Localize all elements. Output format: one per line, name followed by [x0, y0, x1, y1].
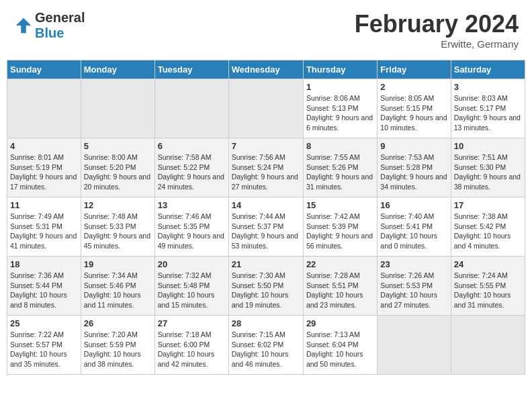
calendar-cell: 27Sunrise: 7:18 AM Sunset: 6:00 PM Dayli… — [154, 316, 228, 375]
day-number: 21 — [232, 259, 300, 269]
day-number: 9 — [380, 141, 447, 151]
calendar-table: SundayMondayTuesdayWednesdayThursdayFrid… — [7, 60, 525, 375]
day-number: 2 — [380, 82, 447, 92]
calendar-cell: 1Sunrise: 8:06 AM Sunset: 5:13 PM Daylig… — [303, 79, 377, 138]
day-info: Sunrise: 8:06 AM Sunset: 5:13 PM Dayligh… — [306, 93, 374, 133]
day-number: 16 — [380, 200, 447, 210]
calendar-week-2: 4Sunrise: 8:01 AM Sunset: 5:19 PM Daylig… — [7, 138, 525, 197]
calendar-cell: 18Sunrise: 7:36 AM Sunset: 5:44 PM Dayli… — [7, 257, 81, 316]
day-info: Sunrise: 7:48 AM Sunset: 5:33 PM Dayligh… — [84, 212, 152, 251]
calendar-cell: 23Sunrise: 7:26 AM Sunset: 5:53 PM Dayli… — [378, 257, 451, 316]
calendar-cell: 28Sunrise: 7:15 AM Sunset: 6:02 PM Dayli… — [228, 316, 303, 375]
weekday-header-row: SundayMondayTuesdayWednesdayThursdayFrid… — [7, 60, 525, 79]
day-info: Sunrise: 7:53 AM Sunset: 5:28 PM Dayligh… — [380, 152, 447, 192]
day-number: 18 — [10, 259, 78, 269]
day-info: Sunrise: 7:40 AM Sunset: 5:41 PM Dayligh… — [380, 212, 447, 251]
day-info: Sunrise: 8:05 AM Sunset: 5:15 PM Dayligh… — [380, 93, 447, 133]
day-info: Sunrise: 7:56 AM Sunset: 5:24 PM Dayligh… — [232, 152, 300, 192]
day-info: Sunrise: 7:32 AM Sunset: 5:48 PM Dayligh… — [158, 271, 226, 310]
weekday-header-saturday: Saturday — [451, 60, 525, 79]
day-number: 5 — [84, 141, 152, 151]
location: Erwitte, Germany — [355, 38, 519, 50]
day-info: Sunrise: 7:28 AM Sunset: 5:51 PM Dayligh… — [306, 271, 374, 310]
calendar-cell: 14Sunrise: 7:44 AM Sunset: 5:37 PM Dayli… — [228, 197, 303, 257]
calendar-cell: 24Sunrise: 7:24 AM Sunset: 5:55 PM Dayli… — [451, 257, 525, 316]
calendar-week-4: 18Sunrise: 7:36 AM Sunset: 5:44 PM Dayli… — [7, 257, 525, 316]
calendar-cell — [228, 79, 303, 138]
weekday-header-tuesday: Tuesday — [154, 60, 228, 79]
day-number: 11 — [10, 200, 78, 210]
day-number: 23 — [380, 259, 447, 269]
day-info: Sunrise: 7:18 AM Sunset: 6:00 PM Dayligh… — [158, 330, 226, 369]
calendar-cell: 3Sunrise: 8:03 AM Sunset: 5:17 PM Daylig… — [451, 79, 525, 138]
calendar-cell — [81, 79, 154, 138]
day-number: 24 — [454, 259, 522, 269]
day-info: Sunrise: 7:36 AM Sunset: 5:44 PM Dayligh… — [10, 271, 78, 310]
calendar-cell: 4Sunrise: 8:01 AM Sunset: 5:19 PM Daylig… — [7, 138, 81, 197]
day-number: 3 — [454, 82, 522, 92]
calendar-cell — [378, 316, 451, 375]
day-number: 7 — [232, 141, 300, 151]
calendar-cell: 19Sunrise: 7:34 AM Sunset: 5:46 PM Dayli… — [81, 257, 154, 316]
calendar-cell: 25Sunrise: 7:22 AM Sunset: 5:57 PM Dayli… — [7, 316, 81, 375]
calendar-cell: 29Sunrise: 7:13 AM Sunset: 6:04 PM Dayli… — [303, 316, 377, 375]
day-number: 19 — [84, 259, 152, 269]
day-number: 14 — [232, 200, 300, 210]
day-number: 8 — [306, 141, 374, 151]
day-number: 12 — [84, 200, 152, 210]
calendar-cell: 8Sunrise: 7:55 AM Sunset: 5:26 PM Daylig… — [303, 138, 377, 197]
weekday-header-monday: Monday — [81, 60, 154, 79]
calendar-cell: 15Sunrise: 7:42 AM Sunset: 5:39 PM Dayli… — [303, 197, 377, 257]
weekday-header-wednesday: Wednesday — [228, 60, 303, 79]
calendar-cell — [154, 79, 228, 138]
day-number: 13 — [158, 200, 226, 210]
day-info: Sunrise: 8:03 AM Sunset: 5:17 PM Dayligh… — [454, 93, 522, 133]
day-info: Sunrise: 7:15 AM Sunset: 6:02 PM Dayligh… — [232, 330, 300, 369]
calendar-cell: 10Sunrise: 7:51 AM Sunset: 5:30 PM Dayli… — [451, 138, 525, 197]
calendar-cell: 2Sunrise: 8:05 AM Sunset: 5:15 PM Daylig… — [378, 79, 451, 138]
calendar-cell: 16Sunrise: 7:40 AM Sunset: 5:41 PM Dayli… — [378, 197, 451, 257]
day-info: Sunrise: 7:51 AM Sunset: 5:30 PM Dayligh… — [454, 152, 522, 192]
day-info: Sunrise: 7:22 AM Sunset: 5:57 PM Dayligh… — [10, 330, 78, 369]
day-info: Sunrise: 7:58 AM Sunset: 5:22 PM Dayligh… — [158, 152, 226, 192]
weekday-header-thursday: Thursday — [303, 60, 377, 79]
calendar-cell: 6Sunrise: 7:58 AM Sunset: 5:22 PM Daylig… — [154, 138, 228, 197]
day-info: Sunrise: 7:55 AM Sunset: 5:26 PM Dayligh… — [306, 152, 374, 192]
day-number: 15 — [306, 200, 374, 210]
day-number: 10 — [454, 141, 522, 151]
day-info: Sunrise: 8:01 AM Sunset: 5:19 PM Dayligh… — [10, 152, 78, 192]
calendar-cell: 22Sunrise: 7:28 AM Sunset: 5:51 PM Dayli… — [303, 257, 377, 316]
logo-icon — [13, 15, 34, 36]
day-info: Sunrise: 7:13 AM Sunset: 6:04 PM Dayligh… — [306, 330, 374, 369]
title-area: February 2024 Erwitte, Germany — [355, 10, 519, 50]
day-number: 6 — [158, 141, 226, 151]
calendar-cell — [7, 79, 81, 138]
day-info: Sunrise: 7:26 AM Sunset: 5:53 PM Dayligh… — [380, 271, 447, 310]
logo: General Blue — [13, 10, 85, 41]
day-info: Sunrise: 7:34 AM Sunset: 5:46 PM Dayligh… — [84, 271, 152, 310]
logo-text: General Blue — [35, 10, 85, 41]
day-info: Sunrise: 7:42 AM Sunset: 5:39 PM Dayligh… — [306, 212, 374, 251]
day-info: Sunrise: 8:00 AM Sunset: 5:20 PM Dayligh… — [84, 152, 152, 192]
calendar-week-5: 25Sunrise: 7:22 AM Sunset: 5:57 PM Dayli… — [7, 316, 525, 375]
day-info: Sunrise: 7:20 AM Sunset: 5:59 PM Dayligh… — [84, 330, 152, 369]
day-number: 20 — [158, 259, 226, 269]
calendar-cell — [451, 316, 525, 375]
day-info: Sunrise: 7:44 AM Sunset: 5:37 PM Dayligh… — [232, 212, 300, 251]
page-header: General Blue February 2024 Erwitte, Germ… — [7, 7, 525, 53]
day-number: 27 — [158, 318, 226, 328]
calendar-cell: 9Sunrise: 7:53 AM Sunset: 5:28 PM Daylig… — [378, 138, 451, 197]
day-number: 4 — [10, 141, 78, 151]
day-number: 25 — [10, 318, 78, 328]
day-number: 22 — [306, 259, 374, 269]
day-info: Sunrise: 7:46 AM Sunset: 5:35 PM Dayligh… — [158, 212, 226, 251]
day-number: 17 — [454, 200, 522, 210]
day-info: Sunrise: 7:30 AM Sunset: 5:50 PM Dayligh… — [232, 271, 300, 310]
weekday-header-sunday: Sunday — [7, 60, 81, 79]
month-title: February 2024 — [355, 10, 519, 38]
day-number: 29 — [306, 318, 374, 328]
weekday-header-friday: Friday — [378, 60, 451, 79]
calendar-cell: 11Sunrise: 7:49 AM Sunset: 5:31 PM Dayli… — [7, 197, 81, 257]
day-info: Sunrise: 7:49 AM Sunset: 5:31 PM Dayligh… — [10, 212, 78, 251]
svg-marker-0 — [16, 18, 32, 34]
